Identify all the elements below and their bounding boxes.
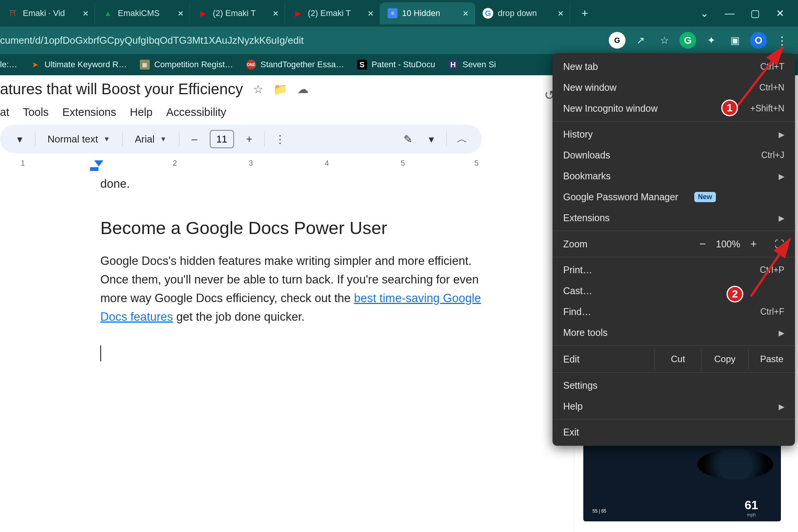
tab-3[interactable]: ▶(2) Emaki T× bbox=[285, 2, 380, 24]
search-tabs-icon[interactable]: ⌄ bbox=[700, 8, 709, 19]
chevron-down-icon[interactable]: ▾ bbox=[11, 131, 28, 147]
menu-help[interactable]: Help bbox=[130, 106, 153, 119]
maximize-icon[interactable]: ▢ bbox=[750, 8, 760, 19]
one-icon: ONE bbox=[246, 60, 256, 70]
tab-label: 10 Hidden bbox=[402, 8, 458, 18]
paragraph: Google Docs's hidden features make writi… bbox=[100, 252, 494, 326]
tab-label: (2) Emaki T bbox=[308, 8, 363, 18]
chevron-down-icon[interactable]: ▾ bbox=[423, 131, 440, 147]
favicon-youtube-icon: ▶ bbox=[293, 8, 303, 19]
menu-password-manager[interactable]: Google Password Manager New bbox=[553, 187, 795, 207]
increase-font-button[interactable]: + bbox=[241, 131, 258, 147]
menu-downloads[interactable]: DownloadsCtrl+J bbox=[553, 145, 795, 166]
menu-settings[interactable]: Settings bbox=[553, 375, 795, 396]
more-options-icon[interactable]: ⋮ bbox=[272, 131, 288, 147]
menu-format[interactable]: at bbox=[0, 106, 9, 119]
menu-help[interactable]: Help▶ bbox=[553, 396, 795, 417]
address-bar: cument/d/1opfDoGxbrfGCpyQufgIbqOdTG3Mt1X… bbox=[0, 27, 798, 54]
menu-cut[interactable]: Cut bbox=[654, 348, 701, 370]
font-size-input[interactable]: 11 bbox=[210, 130, 234, 148]
annotation-arrow bbox=[733, 42, 794, 114]
h-icon: H bbox=[448, 60, 458, 70]
tab-0[interactable]: ⛩Emaki · Vid× bbox=[0, 2, 95, 24]
favicon-torii-icon: ⛩ bbox=[8, 8, 18, 19]
share-icon[interactable]: ↗ bbox=[632, 32, 649, 49]
bookmark-item[interactable]: ▦Competition Regist… bbox=[140, 60, 233, 70]
menu-tools[interactable]: Tools bbox=[23, 106, 49, 119]
menu-extensions[interactable]: Extensions▶ bbox=[553, 207, 795, 228]
favicon-youtube-icon: ▶ bbox=[198, 8, 208, 19]
grid-icon: ▦ bbox=[140, 60, 150, 70]
menu-extensions[interactable]: Extensions bbox=[62, 106, 116, 119]
menu-paste[interactable]: Paste bbox=[748, 348, 795, 370]
menu-bookmarks[interactable]: Bookmarks▶ bbox=[553, 166, 795, 187]
collapse-toolbar-icon[interactable]: ︿ bbox=[454, 131, 470, 147]
chevron-right-icon: ▶ bbox=[779, 130, 784, 139]
cloud-status-icon[interactable]: ☁ bbox=[297, 82, 309, 96]
tab-1[interactable]: ▲EmakiCMS× bbox=[95, 2, 190, 24]
bookmark-item[interactable]: SPatent - StuDocu bbox=[357, 60, 435, 70]
chevron-down-icon: ▼ bbox=[160, 135, 167, 143]
bookmark-star-icon[interactable]: ☆ bbox=[656, 32, 673, 49]
close-icon[interactable]: × bbox=[368, 8, 374, 19]
favicon-docs-icon: ≡ bbox=[388, 8, 397, 18]
chevron-right-icon: ▶ bbox=[779, 402, 784, 411]
doc-title[interactable]: atures that will Boost your Efficiency bbox=[0, 81, 243, 98]
result-thumbnail[interactable]: 55 | 65 61 mph bbox=[583, 442, 781, 521]
extensions-puzzle-icon[interactable]: ✦ bbox=[703, 32, 720, 49]
bookmark-item[interactable]: HSeven Si bbox=[448, 60, 496, 70]
decrease-font-button[interactable]: – bbox=[186, 131, 203, 147]
tab-label: Emaki · Vid bbox=[23, 8, 78, 18]
chevron-right-icon: ▶ bbox=[779, 328, 784, 337]
bookmark-item[interactable]: ONEStandTogether Essa… bbox=[246, 60, 344, 70]
new-tab-button[interactable]: + bbox=[577, 5, 593, 21]
doc-toolbar: ▾ Normal text▼ Arial▼ – 11 + ⋮ ✎ ▾ ︿ bbox=[0, 125, 482, 154]
bookmark-item[interactable]: ➤Ultimate Keyword R… bbox=[30, 60, 127, 70]
menu-copy[interactable]: Copy bbox=[701, 348, 748, 370]
font-dropdown[interactable]: Arial▼ bbox=[130, 130, 172, 148]
chevron-right-icon: ▶ bbox=[779, 214, 784, 223]
grammarly-icon[interactable]: G bbox=[679, 32, 696, 49]
url-text[interactable]: cument/d/1opfDoGxbrfGCpyQufgIbqOdTG3Mt1X… bbox=[0, 35, 605, 46]
svg-line-1 bbox=[751, 239, 790, 296]
indent-marker-icon[interactable] bbox=[94, 160, 103, 166]
chevron-right-icon: ▶ bbox=[779, 172, 784, 181]
document-page[interactable]: done. Become a Google Docs Power User Go… bbox=[0, 176, 494, 361]
tab-2[interactable]: ▶(2) Emaki T× bbox=[190, 2, 285, 24]
tab-5[interactable]: Gdrop down× bbox=[475, 2, 570, 24]
editing-mode-icon[interactable]: ✎ bbox=[399, 131, 416, 147]
style-dropdown[interactable]: Normal text▼ bbox=[42, 130, 116, 148]
tab-label: EmakiCMS bbox=[118, 8, 173, 18]
close-icon[interactable]: × bbox=[273, 8, 279, 19]
menu-accessibility[interactable]: Accessibility bbox=[166, 106, 226, 119]
heading: Become a Google Docs Power User bbox=[100, 217, 494, 238]
favicon-google-icon: G bbox=[483, 8, 493, 19]
move-folder-icon[interactable]: 📁 bbox=[273, 82, 287, 96]
annotation-arrow bbox=[748, 236, 797, 300]
indent-marker-icon[interactable] bbox=[90, 167, 98, 171]
tab-4-active[interactable]: ≡10 Hidden× bbox=[380, 2, 475, 24]
close-icon[interactable]: × bbox=[178, 8, 184, 19]
body-text: done. bbox=[100, 177, 494, 191]
zoom-value: 100% bbox=[711, 239, 745, 250]
window-controls: ⌄ — ▢ ✕ bbox=[700, 8, 798, 19]
favicon-drive-icon: ▲ bbox=[103, 8, 113, 19]
star-icon[interactable]: ☆ bbox=[253, 82, 263, 96]
menu-exit[interactable]: Exit bbox=[553, 422, 795, 443]
menu-history[interactable]: History▶ bbox=[553, 124, 795, 145]
google-account-icon[interactable]: G bbox=[609, 32, 625, 49]
annotation-badge-2: 2 bbox=[727, 286, 743, 302]
close-icon[interactable]: × bbox=[463, 8, 469, 19]
minimize-icon[interactable]: — bbox=[725, 8, 735, 19]
tab-strip: ⛩Emaki · Vid× ▲EmakiCMS× ▶(2) Emaki T× ▶… bbox=[0, 0, 798, 27]
zoom-out-button[interactable]: − bbox=[694, 238, 711, 250]
close-icon[interactable]: × bbox=[83, 8, 89, 19]
menu-more-tools[interactable]: More tools▶ bbox=[553, 322, 795, 343]
ruler[interactable]: 1 2 3 4 5 5 5 bbox=[0, 157, 479, 176]
flame-icon: ➤ bbox=[30, 60, 40, 70]
chevron-down-icon: ▼ bbox=[103, 135, 110, 143]
menu-find[interactable]: Find…Ctrl+F bbox=[553, 301, 795, 322]
close-window-icon[interactable]: ✕ bbox=[776, 8, 784, 19]
bookmark-item[interactable]: le:… bbox=[0, 60, 17, 70]
close-icon[interactable]: × bbox=[558, 8, 564, 19]
